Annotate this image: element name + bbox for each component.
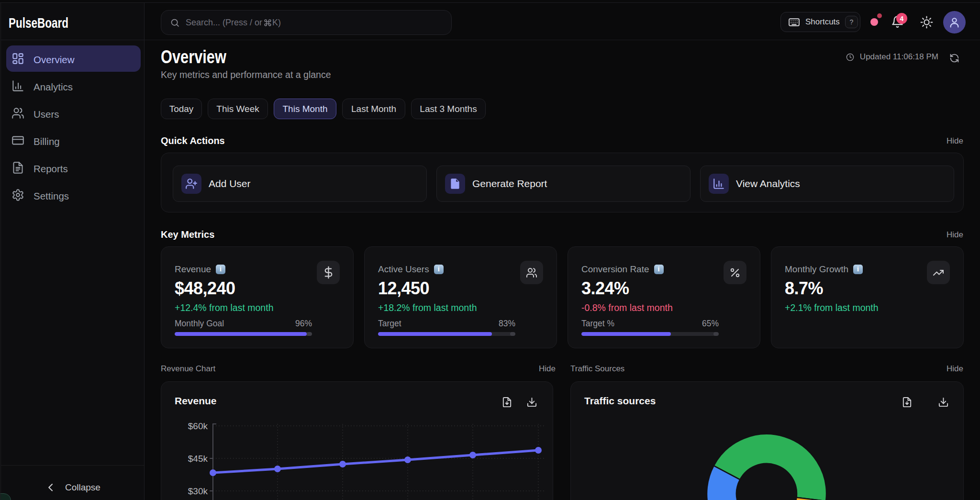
svg-text:$30k: $30k <box>188 486 208 496</box>
svg-text:$45k: $45k <box>188 454 208 464</box>
svg-text:$60k: $60k <box>188 421 208 431</box>
